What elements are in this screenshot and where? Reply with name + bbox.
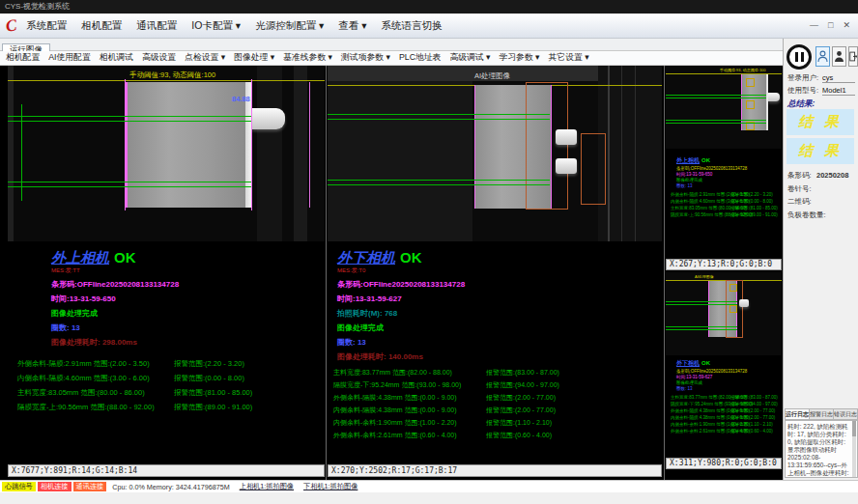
measure-tag: 84.88 (232, 95, 250, 103)
pause-icon (795, 52, 798, 62)
result-block-upper-outer: 外上相机OK MES:发:TT 条形码:OFFline2025020813313… (8, 241, 325, 452)
comm-connect-badge: 通讯连接 (73, 482, 107, 491)
exit-door-icon (849, 50, 857, 63)
alarm-range: 报警范围:(2.20 - 3.20) (174, 359, 244, 368)
tool-camera-config[interactable]: 相机配置 (6, 52, 40, 64)
measure-value: 内侧余料-隔膜:4.38mm 范围:(0.00 - 9.00) (333, 406, 486, 415)
time-line: 时间:13-31-59-650 (51, 294, 325, 304)
camera-connect-badge: 相机连接 (38, 482, 72, 491)
minimize-icon[interactable]: — (810, 21, 818, 30)
log-tab-run[interactable]: 运行日志 (785, 408, 809, 420)
cpu-memory-readout: Cpu: 0.0% Memory: 3424.41796875M (112, 483, 229, 491)
login-user-value: cys (822, 73, 855, 83)
title-bar: CYS-视觉检测系统 (0, 0, 858, 14)
menu-io-config[interactable]: IO卡配置 ▾ (191, 19, 241, 33)
user-dark-icon (834, 50, 844, 63)
main-content: 手动阈值:93, 动态阈值:100 84.88 外上相机OK MES:发:TT … (0, 66, 783, 480)
log-scrollbar[interactable] (852, 421, 856, 477)
camera-title: 外下相机OK (337, 249, 662, 267)
tool-camera-debug[interactable]: 相机调试 (100, 52, 133, 64)
measure-value: 外侧余料-隔膜:2.91mm 范围:(2.00 - 3.50) (17, 359, 174, 369)
alarm-range: 报警范围:(1.10 - 2.10) (486, 419, 552, 426)
result-box-lower: 结 果 (786, 138, 854, 164)
measure-row: 内侧余料-隔膜:4.38mm 范围:(0.00 - 9.00)报警范围:(2.0… (333, 406, 662, 418)
measure-value: 外侧余料-隔膜:4.38mm 范围:(0.00 - 9.00) (333, 393, 486, 403)
alarm-range: 报警范围:(2.00 - 77.00) (486, 406, 556, 413)
process-done-line: 图像处理完成 (337, 322, 662, 333)
alarm-range: 报警范围:(89.00 - 91.00) (174, 403, 252, 411)
pixel-readout-middle: X:270;Y:2502;R:17;G:17;B:17 (328, 464, 662, 477)
pause-button[interactable] (786, 44, 812, 70)
measure-value: 主料宽度:83.77mm 范围:(82.00 - 88.00) (333, 368, 486, 378)
tool-baseline-params[interactable]: 基准线参数 ▾ (283, 52, 332, 64)
ai-detect-box (581, 133, 606, 205)
mes-status: MES:发:TT (51, 266, 325, 275)
alarm-range: 报警范围:(81.00 - 85.00) (174, 388, 252, 397)
measure-row: 主料宽度:83.77mm 范围:(82.00 - 88.00)报警范围:(83.… (333, 368, 662, 380)
turn-count-line: 圈数: 13 (51, 322, 325, 333)
close-icon[interactable]: ✕ (843, 21, 850, 30)
menu-camera-config[interactable]: 相机配置 (81, 19, 122, 33)
app-logo-icon: C (5, 15, 18, 36)
measure-value: 隔膜宽度-上:90.56mm 范围:(88.00 - 92.00) (17, 403, 174, 412)
electrode-region (126, 82, 245, 208)
result-block-lower-outer: 外下相机OK MES:发:T0 条形码:OFFline2025020813313… (328, 241, 662, 452)
camera-image-upper-outer[interactable]: 手动阈值:93, 动态阈值:100 84.88 (8, 66, 325, 241)
process-time-line: 图像处理耗时: 298.00ms (51, 337, 325, 348)
ai-image-label: AI处理图像 (474, 71, 510, 81)
tool-image-processing[interactable]: 图像处理 ▾ (234, 52, 274, 64)
ai-detect-box (526, 82, 568, 210)
tool-learning-params[interactable]: 学习参数 ▾ (499, 52, 539, 64)
maximize-icon[interactable]: □ (828, 21, 833, 30)
log-tab-alarm[interactable]: 报警日志 (809, 408, 833, 420)
tool-plc-address[interactable]: PLC地址表 (399, 52, 442, 64)
menu-comm-config[interactable]: 通讯配置 (136, 19, 177, 33)
mini-camera-view-bottom[interactable]: AI处理图像 (666, 272, 782, 355)
needle-label: 卷针号: (787, 184, 812, 194)
result-box-upper: 结 果 (786, 109, 854, 135)
log-tab-error[interactable]: 错误日志 (833, 408, 858, 420)
menu-system-config[interactable]: 系统配置 (26, 19, 67, 33)
login-user-label: 登录用户: (787, 73, 818, 83)
tool-test-params[interactable]: 测试项参数 ▾ (341, 52, 390, 64)
measure-value: 隔膜宽度-下:95.24mm 范围:(93.00 - 98.00) (333, 380, 486, 390)
tool-advanced-settings[interactable]: 高级设置 (142, 52, 176, 64)
pixel-readout-mini-bottom: X:311;Y:980;R:0;G:0;B:0 (666, 458, 782, 469)
mes-status: MES:发:T0 (337, 266, 662, 275)
tab-connector-blob (252, 108, 285, 129)
camera-image-lower-outer[interactable]: AI处理图像 (328, 66, 662, 241)
menu-light-config[interactable]: 光源控制配置 ▾ (255, 19, 324, 33)
exit-button[interactable] (848, 46, 858, 67)
user-login-button[interactable] (815, 46, 830, 67)
tool-advanced-debug[interactable]: 高级调试 ▾ (449, 52, 490, 64)
user-manage-button[interactable] (832, 46, 846, 67)
menu-view[interactable]: 查看 ▾ (338, 19, 366, 33)
tab-strip: 运行图像 (0, 39, 783, 51)
pixel-readout-left: X:7677;Y:891;R:14;G:14;B:14 (8, 464, 325, 477)
alarm-range: 报警范围:(94.00 - 97.00) (486, 381, 559, 388)
menu-language-switch[interactable]: 系统语言切换 (382, 19, 443, 33)
barcode-line: 条形码:OFFline20250208133134728 (337, 279, 662, 290)
upper-camera-snap-link[interactable]: 上相机1:抓拍图像 (240, 482, 294, 491)
alarm-range: 报警范围:(0.60 - 4.00) (486, 432, 552, 438)
measure-row: 外侧余料-余料:2.61mm 范围:(0.60 - 4.00)报警范围:(0.6… (333, 431, 662, 443)
barcode-value: 20250208 (816, 171, 848, 180)
measure-row: 内侧余料-隔膜:4.60mm 范围:(3.00 - 6.00)报警范围:(0.0… (17, 374, 325, 388)
log-text-area[interactable]: 耗时: 222, 缺陷检测耗时: 17, 缺陷分类耗时: 0, 缺陷提取分区耗时… (785, 420, 858, 478)
mini-camera-view-top[interactable]: 手动阈值:93, 动态阈值:100 (666, 66, 782, 149)
window-edge (0, 492, 858, 504)
alarm-range: 报警范围:(0.00 - 8.00) (174, 374, 244, 382)
alarm-range: 报警范围:(2.00 - 77.00) (486, 394, 556, 401)
tool-ai-config[interactable]: AI使用配置 (48, 52, 91, 64)
tool-spot-check[interactable]: 点检设置 ▾ (185, 52, 225, 64)
tool-other-settings[interactable]: 其它设置 ▾ (549, 52, 589, 64)
reflective-part (556, 158, 577, 174)
alarm-range: 报警范围:(83.00 - 87.00) (486, 369, 559, 376)
lower-camera-snap-link[interactable]: 下相机1:抓拍图像 (303, 482, 358, 491)
measure-row: 隔膜宽度-下:95.24mm 范围:(93.00 - 98.00)报警范围:(9… (333, 380, 662, 393)
process-done-line: 图像处理完成 (51, 308, 325, 319)
heartbeat-status-badge: 心跳信号 (2, 482, 36, 491)
app-window: CYS-视觉检测系统 C 系统配置 相机配置 通讯配置 IO卡配置 ▾ 光源控制… (0, 0, 858, 504)
process-time-line: 图像处理耗时: 140.00ms (337, 351, 662, 362)
measure-value: 外侧余料-余料:2.61mm 范围:(0.60 - 4.00) (333, 431, 486, 440)
